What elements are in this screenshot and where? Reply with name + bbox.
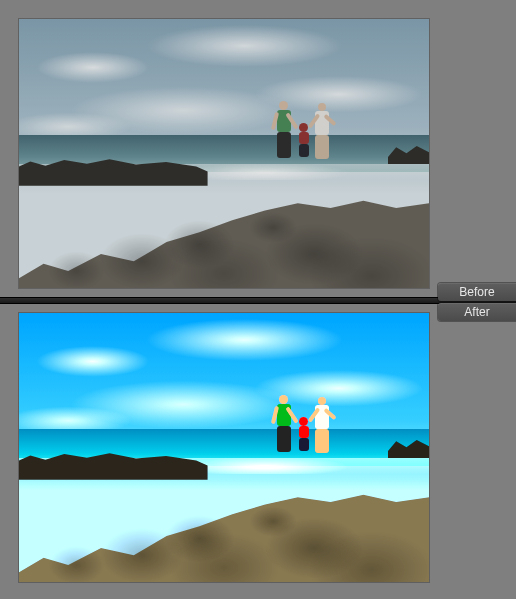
person-child bbox=[297, 123, 311, 157]
after-label: After bbox=[438, 303, 516, 321]
rock-texture bbox=[19, 167, 429, 288]
before-photo bbox=[19, 19, 429, 288]
people-group bbox=[273, 97, 343, 159]
before-label: Before bbox=[438, 283, 516, 301]
person-woman bbox=[311, 397, 333, 453]
people-group bbox=[273, 391, 343, 453]
person-man bbox=[273, 395, 295, 453]
rock-texture bbox=[19, 461, 429, 582]
person-woman bbox=[311, 103, 333, 159]
after-photo bbox=[19, 313, 429, 582]
person-child bbox=[297, 417, 311, 451]
before-after-compare-view: Before After bbox=[0, 0, 516, 599]
person-man bbox=[273, 101, 295, 159]
